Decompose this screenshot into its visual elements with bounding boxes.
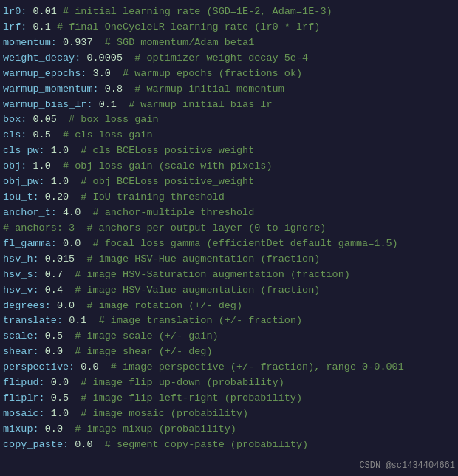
- param-comment: # cls loss gain: [51, 128, 153, 143]
- param-value: 0.05: [33, 112, 57, 128]
- param-comment: # initial learning rate (SGD=1E-2, Adam=…: [57, 4, 332, 20]
- param-value: 1.0: [51, 143, 69, 159]
- param-comment: # image rotation (+/- deg): [75, 299, 242, 314]
- param-key: mosaic:: [3, 407, 51, 422]
- watermark: CSDN @sc1434404661: [359, 459, 455, 473]
- param-key: momentum:: [3, 35, 63, 51]
- code-line: obj_pw: 1.0 # obj BCELoss positive_weigh…: [3, 174, 455, 190]
- code-line: lr0: 0.01 # initial learning rate (SGD=1…: [3, 4, 455, 20]
- param-key: cls_pw:: [3, 143, 51, 159]
- param-comment: # image shear (+/- deg): [63, 344, 213, 360]
- code-line: scale: 0.5 # image scale (+/- gain): [3, 329, 455, 344]
- code-line: hsv_h: 0.015 # image HSV-Hue augmentatio…: [3, 252, 455, 268]
- code-line: hsv_v: 0.4 # image HSV-Value augmentatio…: [3, 283, 455, 299]
- param-value: 0.0: [75, 438, 92, 453]
- code-line: hsv_s: 0.7 # image HSV-Saturation augmen…: [3, 268, 455, 283]
- param-value: 0.1: [33, 20, 51, 35]
- param-comment: # final OneCycleLR learning rate (lr0 * …: [51, 20, 321, 35]
- code-line: mixup: 0.0 # image mixup (probability): [3, 422, 455, 438]
- param-key: hsv_v:: [3, 283, 45, 299]
- code-line: # anchors: 3 # anchors per output layer …: [3, 221, 455, 237]
- param-value: 4.0: [63, 205, 81, 221]
- param-value: 0.015: [45, 252, 75, 268]
- code-line: lrf: 0.1 # final OneCycleLR learning rat…: [3, 20, 455, 35]
- code-line: obj: 1.0 # obj loss gain (scale with pix…: [3, 159, 455, 174]
- param-value: 0.8: [105, 82, 123, 98]
- param-key: warmup_momentum:: [3, 82, 105, 98]
- param-key: perspective:: [3, 360, 81, 375]
- param-comment: # SGD momentum/Adam beta1: [93, 35, 255, 51]
- param-comment: # anchor-multiple threshold: [81, 205, 254, 221]
- code-line: translate: 0.1 # image translation (+/- …: [3, 313, 455, 329]
- param-value: 3.0: [93, 67, 111, 82]
- param-value: 0.0005: [86, 51, 123, 67]
- param-key: degrees:: [3, 299, 57, 314]
- param-key: warmup_bias_lr:: [3, 98, 99, 113]
- param-value: 0.0: [63, 237, 81, 252]
- code-line: warmup_bias_lr: 0.1 # warmup initial bia…: [3, 98, 455, 113]
- code-line: weight_decay: 0.0005 # optimizer weight …: [3, 51, 455, 67]
- param-key: iou_t:: [3, 190, 45, 205]
- param-key: scale:: [3, 329, 45, 344]
- param-comment: # obj BCELoss positive_weight: [69, 174, 254, 190]
- param-key: hsv_h:: [3, 252, 45, 268]
- param-comment: # cls BCELoss positive_weight: [69, 143, 254, 159]
- param-value: 0.0: [81, 360, 98, 375]
- code-line: fliplr: 0.5 # image flip left-right (pro…: [3, 391, 455, 407]
- param-key: obj_pw:: [3, 174, 51, 190]
- param-comment: # image translation (+/- fraction): [86, 313, 302, 329]
- param-key: mixup:: [3, 422, 45, 438]
- code-line: cls_pw: 1.0 # cls BCELoss positive_weigh…: [3, 143, 455, 159]
- param-value: 0.0: [57, 299, 75, 314]
- param-comment: # warmup initial momentum: [123, 82, 284, 98]
- param-value: 0.0: [45, 422, 63, 438]
- param-comment: # segment copy-paste (probability): [93, 438, 309, 453]
- code-line: flipud: 0.0 # image flip up-down (probab…: [3, 375, 455, 391]
- code-line: warmup_epochs: 3.0 # warmup epochs (frac…: [3, 67, 455, 82]
- param-value: 0.1: [99, 98, 117, 113]
- param-comment: # warmup initial bias lr: [117, 98, 273, 113]
- param-comment: # IoU training threshold: [69, 190, 225, 205]
- code-line: momentum: 0.937 # SGD momentum/Adam beta…: [3, 35, 455, 51]
- param-value: 0.937: [63, 35, 93, 51]
- param-key: weight_decay:: [3, 51, 86, 67]
- param-value: 0.5: [33, 128, 51, 143]
- param-value: 0.7: [45, 268, 63, 283]
- param-key: flipud:: [3, 375, 51, 391]
- param-comment: # image perspective (+/- fraction), rang…: [99, 360, 404, 375]
- param-value: 0.0: [45, 344, 63, 360]
- param-comment: # image scale (+/- gain): [63, 329, 219, 344]
- param-value: 0.1: [69, 313, 86, 329]
- param-value: 1.0: [33, 159, 51, 174]
- code-line: iou_t: 0.20 # IoU training threshold: [3, 190, 455, 205]
- param-comment: # image HSV-Saturation augmentation (fra…: [63, 268, 350, 283]
- code-line: degrees: 0.0 # image rotation (+/- deg): [3, 299, 455, 314]
- param-value: 1.0: [51, 407, 69, 422]
- param-key: fliplr:: [3, 391, 51, 407]
- param-value: 0.20: [45, 190, 69, 205]
- param-key: hsv_s:: [3, 268, 45, 283]
- param-value: 0.4: [45, 283, 63, 299]
- param-value: 1.0: [51, 174, 69, 190]
- param-comment: # image HSV-Value augmentation (fraction…: [63, 283, 320, 299]
- param-comment: # image mixup (probability): [63, 422, 236, 438]
- param-key: copy_paste:: [3, 438, 75, 453]
- param-value: 0.0: [51, 375, 69, 391]
- param-comment: # box loss gain: [57, 112, 159, 128]
- param-key: lrf:: [3, 20, 33, 35]
- code-line: anchor_t: 4.0 # anchor-multiple threshol…: [3, 205, 455, 221]
- param-key: translate:: [3, 313, 69, 329]
- param-key: anchor_t:: [3, 205, 63, 221]
- param-key: lr0:: [3, 4, 33, 20]
- code-line: mosaic: 1.0 # image mosaic (probability): [3, 407, 455, 422]
- param-key: fl_gamma:: [3, 237, 63, 252]
- param-comment: # optimizer weight decay 5e-4: [123, 51, 308, 67]
- param-key: cls:: [3, 128, 33, 143]
- param-key: obj:: [3, 159, 33, 174]
- param-comment: # focal loss gamma (efficientDet default…: [81, 237, 397, 252]
- code-line: box: 0.05 # box loss gain: [3, 112, 455, 128]
- code-line: copy_paste: 0.0 # segment copy-paste (pr…: [3, 438, 455, 453]
- param-comment: # image flip left-right (probability): [69, 391, 302, 407]
- param-value: 0.5: [45, 329, 63, 344]
- code-line: warmup_momentum: 0.8 # warmup initial mo…: [3, 82, 455, 98]
